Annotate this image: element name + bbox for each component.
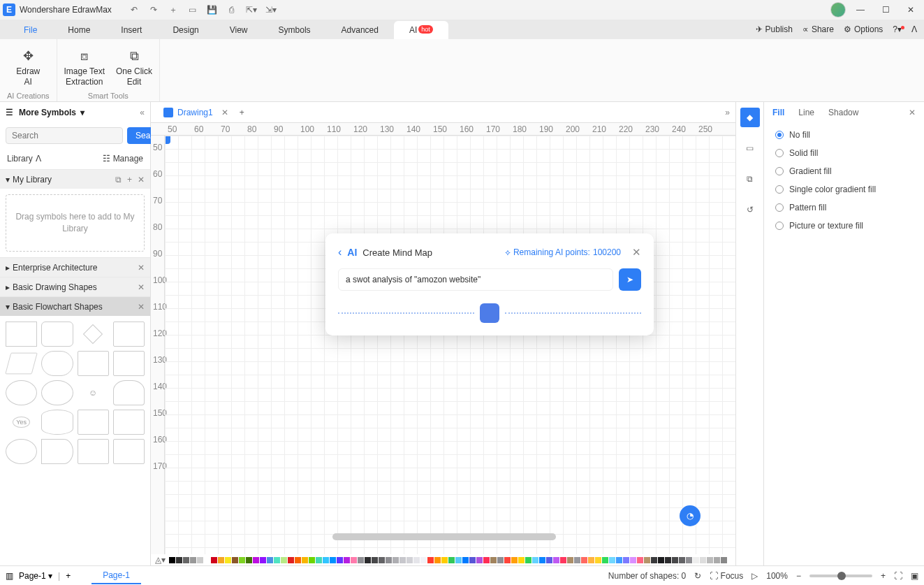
- color-swatch[interactable]: [316, 557, 322, 563]
- color-swatch[interactable]: [253, 557, 259, 563]
- color-swatch[interactable]: [497, 557, 504, 563]
- color-swatch[interactable]: [721, 557, 727, 563]
- play-icon[interactable]: ▷: [751, 571, 758, 581]
- close-panel-icon[interactable]: ✕: [909, 108, 916, 117]
- color-swatch[interactable]: [455, 557, 462, 563]
- print-icon[interactable]: ⎙: [226, 4, 237, 15]
- color-swatch[interactable]: [511, 557, 518, 563]
- shape-card[interactable]: [78, 410, 109, 435]
- color-swatch[interactable]: [707, 557, 713, 563]
- share-button[interactable]: ∝Share: [802, 24, 834, 34]
- menu-design[interactable]: Design: [157, 21, 214, 39]
- image-text-extraction-button[interactable]: ⧈ Image Text Extraction: [64, 43, 105, 92]
- color-swatch[interactable]: [330, 557, 336, 563]
- drawing-canvas[interactable]: ‹ AI Create Mind Map ⟡ Remaining AI poin…: [165, 136, 735, 554]
- tab-line[interactable]: Line: [798, 108, 814, 117]
- color-swatch[interactable]: [434, 557, 441, 563]
- color-swatch[interactable]: [504, 557, 511, 563]
- color-swatch[interactable]: [560, 557, 566, 563]
- my-library-dropzone[interactable]: Drag symbols here to add to My Library: [6, 194, 145, 252]
- color-swatch[interactable]: [462, 557, 469, 563]
- close-icon[interactable]: ✕: [900, 1, 921, 18]
- expand-tabs-icon[interactable]: »: [725, 108, 730, 117]
- pages-icon[interactable]: ▥: [6, 571, 13, 581]
- document-tab[interactable]: Drawing1 ✕: [156, 105, 235, 120]
- menu-advanced[interactable]: Advanced: [326, 21, 394, 39]
- page-tool-icon[interactable]: ▭: [740, 138, 760, 158]
- shape-person[interactable]: ☺: [78, 380, 109, 405]
- open-icon[interactable]: ▭: [187, 4, 198, 15]
- color-swatch[interactable]: [365, 557, 371, 563]
- close-x-icon[interactable]: ✕: [138, 263, 145, 273]
- refresh-icon[interactable]: ↻: [694, 571, 701, 581]
- section-enterprise-architecture[interactable]: ▸ Enterprise Architecture✕: [0, 257, 150, 277]
- color-swatch[interactable]: [406, 557, 413, 563]
- zoom-out-button[interactable]: −: [796, 571, 801, 581]
- color-swatch[interactable]: [288, 557, 294, 563]
- fit-page-icon[interactable]: ⛶: [894, 571, 902, 581]
- color-swatch[interactable]: [218, 557, 224, 563]
- color-swatch[interactable]: [623, 557, 629, 563]
- color-swatch[interactable]: [651, 557, 657, 563]
- color-swatch[interactable]: [420, 557, 427, 563]
- color-swatch[interactable]: [225, 557, 231, 563]
- close-x-icon[interactable]: ✕: [138, 302, 145, 312]
- page-tab[interactable]: Page-1: [91, 568, 141, 584]
- fill-option-picture[interactable]: Picture or texture fill: [775, 221, 916, 231]
- section-basic-flowchart-shapes[interactable]: ▾ Basic Flowchart Shapes✕: [0, 296, 150, 316]
- library-expand-icon[interactable]: ᐱ: [36, 154, 41, 164]
- color-swatch[interactable]: [351, 557, 357, 563]
- fill-option-single-gradient[interactable]: Single color gradient fill: [775, 185, 916, 194]
- redo-icon[interactable]: ↷: [148, 4, 159, 15]
- tab-fill[interactable]: Fill: [772, 108, 784, 117]
- collapse-ribbon-icon[interactable]: ᐱ: [911, 24, 917, 34]
- color-swatch[interactable]: [686, 557, 692, 563]
- color-swatch[interactable]: [567, 557, 573, 563]
- save-icon[interactable]: 💾: [207, 4, 218, 15]
- color-swatch[interactable]: [483, 557, 490, 563]
- options-button[interactable]: ⚙Options: [844, 24, 883, 34]
- close-x-icon[interactable]: ✕: [138, 175, 145, 185]
- color-swatch[interactable]: [665, 557, 671, 563]
- color-swatch[interactable]: [309, 557, 315, 563]
- color-swatch[interactable]: [574, 557, 580, 563]
- menu-view[interactable]: View: [214, 21, 263, 39]
- color-swatch[interactable]: [441, 557, 448, 563]
- color-swatch[interactable]: [211, 557, 217, 563]
- color-swatch[interactable]: [379, 557, 385, 563]
- symbol-search-input[interactable]: [6, 127, 123, 144]
- import-icon[interactable]: ⇲▾: [265, 4, 277, 15]
- more-symbols-dropdown[interactable]: More Symbols▾: [19, 108, 85, 117]
- color-swatch[interactable]: [700, 557, 706, 563]
- color-swatch[interactable]: [281, 557, 287, 563]
- menu-insert[interactable]: Insert: [105, 21, 157, 39]
- menu-ai[interactable]: AIhot: [394, 21, 448, 39]
- fullscreen-icon[interactable]: ▣: [911, 571, 918, 581]
- color-swatch[interactable]: [672, 557, 678, 563]
- fill-option-no-fill[interactable]: No fill: [775, 130, 916, 140]
- shape-process[interactable]: [6, 322, 37, 347]
- layout-tool-icon[interactable]: ⧉: [740, 169, 760, 189]
- manage-button[interactable]: ☷Manage: [103, 154, 143, 164]
- collapse-sidebar-icon[interactable]: «: [140, 108, 145, 117]
- color-swatch[interactable]: [637, 557, 643, 563]
- color-swatch[interactable]: [337, 557, 343, 563]
- new-tab-button[interactable]: +: [240, 108, 244, 117]
- menu-file[interactable]: File: [8, 21, 52, 39]
- color-swatch[interactable]: [427, 557, 434, 563]
- shape-ellipse[interactable]: [6, 380, 37, 405]
- color-swatch[interactable]: [553, 557, 559, 563]
- plus-icon[interactable]: +: [127, 175, 132, 185]
- color-swatch[interactable]: [525, 557, 531, 563]
- shape-manual-input[interactable]: [78, 439, 109, 464]
- color-swatch[interactable]: [595, 557, 601, 563]
- color-swatch[interactable]: [448, 557, 455, 563]
- ai-prompt-input[interactable]: [338, 268, 613, 291]
- help-button[interactable]: ?▾: [893, 24, 902, 34]
- color-swatch[interactable]: [630, 557, 636, 563]
- menu-symbols[interactable]: Symbols: [263, 21, 326, 39]
- color-swatch[interactable]: [232, 557, 238, 563]
- add-page-button[interactable]: +: [66, 571, 71, 581]
- new-icon[interactable]: ＋: [168, 4, 179, 15]
- color-swatch[interactable]: [616, 557, 622, 563]
